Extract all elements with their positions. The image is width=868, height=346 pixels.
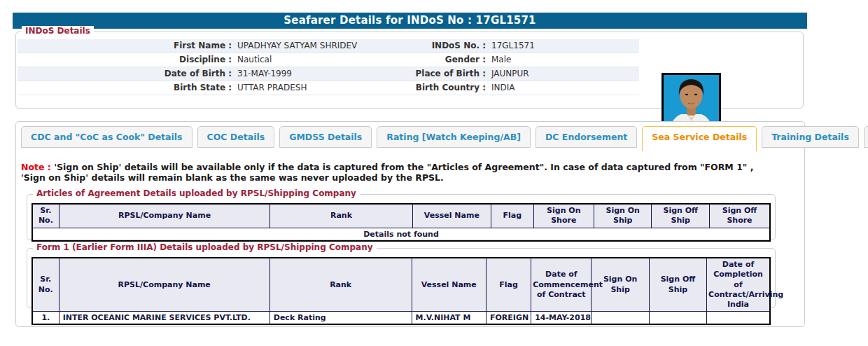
column-header-sign-off-shore: Sign Off Shore <box>709 204 770 228</box>
agreement-details-table: Sr. No. RPSL/Company Name Rank Vessel Na… <box>31 203 771 242</box>
column-header-sign-on-shore: Sign On Shore <box>533 204 594 228</box>
birth-country-value: INDIA <box>486 81 639 95</box>
empty-message-row: Details not found <box>32 228 770 241</box>
column-header-rank: Rank <box>270 258 412 312</box>
column-header-sign-off-ship: Sign Off Ship <box>652 204 709 228</box>
indos-no-label: INDoS No. : <box>354 39 486 53</box>
column-header-date-commencement: Date of Commencement of Contract <box>531 258 592 312</box>
personal-row: Discipline : Nautical Gender : Male <box>18 53 639 67</box>
tab-bar: CDC and "CoC as Cook" Details COC Detail… <box>21 126 868 151</box>
personal-row: Date of Birth : 31-MAY-1999 Place of Bir… <box>18 67 639 81</box>
indos-details-legend: INDoS Details <box>22 26 94 36</box>
details-not-found-message: Details not found <box>32 228 770 241</box>
discipline-value: Nautical <box>232 53 354 67</box>
form1-section-legend: Form 1 (Earlier Form IIIA) Details uploa… <box>33 242 377 252</box>
form1-details-table: Sr. No. RPSL/Company Name Rank Vessel Na… <box>31 257 771 325</box>
tab-sea-service-details[interactable]: Sea Service Details <box>642 126 757 151</box>
first-name-label: First Name : <box>18 39 232 53</box>
form1-data-row: 1. INTER OCEANIC MARINE SERVICES PVT.LTD… <box>32 312 770 325</box>
tab-medical-fitness-certificate[interactable]: Medical Fitness Certificate <box>864 126 868 148</box>
agreement-header-row: Sr. No. RPSL/Company Name Rank Vessel Na… <box>32 204 770 228</box>
note-text: 'Sign on Ship' details will be available… <box>21 162 753 183</box>
cell-sign-on-ship <box>592 312 649 325</box>
indos-no-value: 17GL1571 <box>486 39 639 53</box>
form1-header-row: Sr. No. RPSL/Company Name Rank Vessel Na… <box>32 258 770 312</box>
column-header-vessel-name: Vessel Name <box>412 258 486 312</box>
date-of-birth-label: Date of Birth : <box>18 67 232 81</box>
tab-rating-watch-keeping-ab[interactable]: Rating [Watch Keeping/AB] <box>377 126 531 148</box>
column-header-rpsl-company: RPSL/Company Name <box>59 258 270 312</box>
sign-on-ship-note: Note : 'Sign on Ship' details will be av… <box>21 162 762 183</box>
cell-sign-off-ship <box>649 312 706 325</box>
cell-rpsl-company: INTER OCEANIC MARINE SERVICES PVT.LTD. <box>59 312 270 325</box>
agreement-details-section: Articles of Agreement Details uploaded b… <box>27 194 776 240</box>
column-header-flag: Flag <box>491 204 533 228</box>
personal-row: Birth State : UTTAR PRADESH Birth Countr… <box>18 81 639 95</box>
place-of-birth-value: JAUNPUR <box>486 67 639 81</box>
form1-details-section: Form 1 (Earlier Form IIIA) Details uploa… <box>27 248 776 308</box>
column-header-sign-on-ship: Sign On Ship <box>594 204 652 228</box>
gender-value: Male <box>486 53 639 67</box>
tab-dc-endorsement[interactable]: DC Endorsement <box>536 126 637 148</box>
seafarer-details-page: Seafarer Details for INDoS No : 17GL1571… <box>0 0 868 346</box>
cell-date-completion <box>707 312 770 325</box>
cell-flag: FOREIGN <box>486 312 531 325</box>
birth-state-label: Birth State : <box>18 81 232 95</box>
column-header-sr-no: Sr. No. <box>32 258 59 312</box>
personal-info-grid: First Name : UPADHYAY SATYAM SHRIDEV IND… <box>18 39 639 95</box>
cell-vessel-name: M.V.NIHAT M <box>412 312 486 325</box>
indos-details-section: INDoS Details First Name : UPADHYAY SATY… <box>15 32 804 109</box>
page-title: Seafarer Details for INDoS No : 17GL1571 <box>13 13 807 29</box>
column-header-rank: Rank <box>270 204 412 228</box>
note-prefix: Note : <box>21 162 51 172</box>
birth-country-label: Birth Country : <box>354 81 486 95</box>
column-header-flag: Flag <box>486 258 531 312</box>
column-header-rpsl-company: RPSL/Company Name <box>59 204 270 228</box>
cell-date-commencement: 14-MAY-2018 <box>531 312 592 325</box>
place-of-birth-label: Place of Birth : <box>354 67 486 81</box>
personal-row: First Name : UPADHYAY SATYAM SHRIDEV IND… <box>18 39 639 53</box>
gender-label: Gender : <box>354 53 486 67</box>
birth-state-value: UTTAR PRADESH <box>232 81 354 95</box>
tab-gmdss-details[interactable]: GMDSS Details <box>279 126 372 148</box>
column-header-sr-no: Sr. No. <box>32 204 59 228</box>
cell-sr-no: 1. <box>32 312 59 325</box>
cell-rank: Deck Rating <box>270 312 412 325</box>
tab-cdc-coc-as-cook-details[interactable]: CDC and "CoC as Cook" Details <box>21 126 192 148</box>
column-header-vessel-name: Vessel Name <box>412 204 491 228</box>
tab-training-details[interactable]: Training Details <box>762 126 859 148</box>
agreement-section-legend: Articles of Agreement Details uploaded b… <box>33 188 360 198</box>
discipline-label: Discipline : <box>18 53 232 67</box>
date-of-birth-value: 31-MAY-1999 <box>232 67 354 81</box>
first-name-value: UPADHYAY SATYAM SHRIDEV <box>232 39 354 53</box>
column-header-sign-off-ship: Sign Off Ship <box>649 258 706 312</box>
tab-coc-details[interactable]: COC Details <box>197 126 275 148</box>
column-header-date-completion: Date of Completion of Contract/Arriving … <box>707 258 770 312</box>
